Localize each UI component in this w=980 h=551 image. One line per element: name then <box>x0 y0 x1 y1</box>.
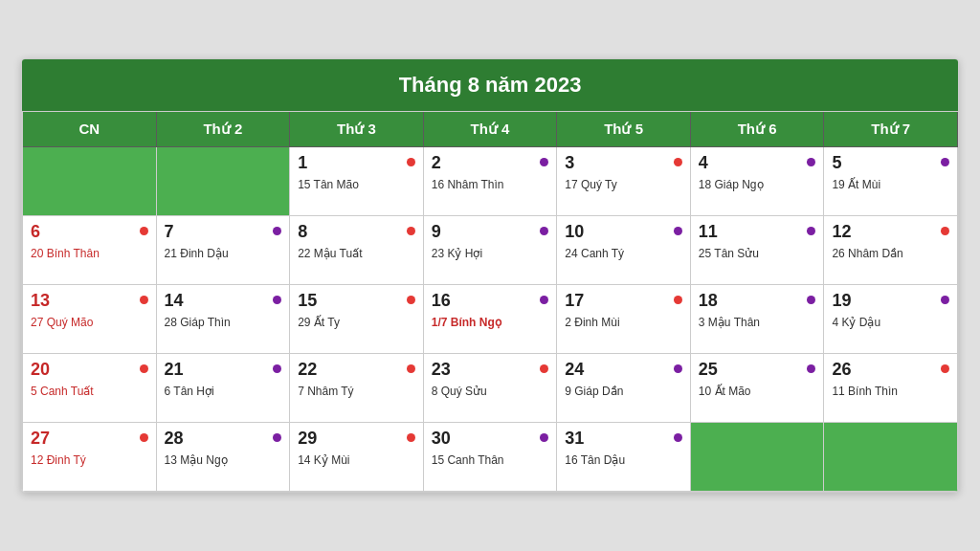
day-cell: 194 Kỷ Dậu <box>824 285 958 354</box>
day-cell: 620 Bính Thân <box>23 216 157 285</box>
day-number: 9 <box>432 222 441 243</box>
day-number: 23 <box>432 360 451 381</box>
day-dot <box>674 158 682 166</box>
day-number: 22 <box>298 360 317 381</box>
day-dot <box>140 296 148 304</box>
day-cell: 1226 Nhâm Dần <box>824 216 958 285</box>
day-cell: 205 Canh Tuất <box>23 354 157 423</box>
day-number: 25 <box>699 360 718 381</box>
lunar-date: 7 Nhâm Tý <box>298 385 415 398</box>
day-dot <box>674 227 682 235</box>
day-cell: 3015 Canh Thân <box>424 423 558 492</box>
lunar-date: 8 Quý Sửu <box>432 385 549 398</box>
day-cell: 2914 Kỷ Mùi <box>290 423 424 492</box>
day-cell: 317 Quý Ty <box>557 147 691 216</box>
day-dot <box>273 296 281 304</box>
lunar-date: 4 Kỷ Dậu <box>832 316 949 329</box>
lunar-date: 15 Tân Mão <box>298 178 415 191</box>
day-number: 6 <box>31 222 40 243</box>
day-number: 7 <box>165 222 174 243</box>
day-number: 19 <box>832 291 851 312</box>
day-cell <box>824 423 958 492</box>
day-number: 15 <box>298 291 317 312</box>
lunar-date: 21 Đinh Dậu <box>165 247 282 260</box>
day-number: 29 <box>298 429 317 450</box>
day-dot <box>540 433 548 442</box>
lunar-date: 3 Mậu Thân <box>699 316 816 329</box>
day-cell: 238 Quý Sửu <box>424 354 558 423</box>
lunar-date: 16 Nhâm Thìn <box>432 178 549 191</box>
day-cell: 216 Nhâm Thìn <box>424 147 558 216</box>
day-number: 24 <box>565 360 584 381</box>
day-dot <box>540 296 548 304</box>
day-dot <box>540 158 548 166</box>
day-number: 3 <box>565 153 574 174</box>
day-header-thứ-5: Thứ 5 <box>557 112 691 147</box>
day-number: 5 <box>832 153 841 174</box>
day-dot <box>540 364 548 373</box>
day-dot <box>807 158 815 166</box>
lunar-date: 17 Quý Ty <box>565 178 682 191</box>
day-number: 31 <box>565 429 584 450</box>
calendar-title: Tháng 8 năm 2023 <box>22 59 958 111</box>
day-dot <box>941 296 949 304</box>
day-number: 1 <box>298 153 307 174</box>
lunar-date: 26 Nhâm Dần <box>832 247 949 260</box>
day-header-thứ-2: Thứ 2 <box>157 112 291 147</box>
day-cell: 2510 Ất Mão <box>691 354 825 423</box>
day-dot <box>674 433 682 442</box>
lunar-date: 10 Ất Mão <box>699 385 816 398</box>
lunar-date: 6 Tân Hợi <box>165 385 282 398</box>
day-header-thứ-6: Thứ 6 <box>691 112 825 147</box>
lunar-date: 29 Ất Ty <box>298 316 415 329</box>
day-number: 17 <box>565 291 584 312</box>
day-dot <box>140 227 148 235</box>
day-number: 21 <box>165 360 184 381</box>
day-cell: 115 Tân Mão <box>290 147 424 216</box>
day-dot <box>540 227 548 235</box>
day-cell <box>157 147 291 216</box>
lunar-date: 15 Canh Thân <box>432 453 549 467</box>
day-dot <box>807 296 815 304</box>
day-cell: 923 Kỷ Hợi <box>424 216 558 285</box>
day-header-thứ-7: Thứ 7 <box>824 112 958 147</box>
day-dot <box>941 158 949 166</box>
day-dot <box>407 158 415 166</box>
day-header-thứ-3: Thứ 3 <box>290 112 424 147</box>
day-cell: 172 Đinh Mùi <box>557 285 691 354</box>
day-cell: 216 Tân Hợi <box>157 354 291 423</box>
day-cell: 822 Mậu Tuất <box>290 216 424 285</box>
day-cell: 721 Đinh Dậu <box>157 216 291 285</box>
day-number: 8 <box>298 222 307 243</box>
calendar-grid: CNThứ 2Thứ 3Thứ 4Thứ 5Thứ 6Thứ 7115 Tân … <box>22 111 958 492</box>
lunar-date: 13 Mậu Ngọ <box>165 453 282 467</box>
day-cell: 161/7 Bính Ngọ <box>424 285 558 354</box>
lunar-date: 28 Giáp Thìn <box>165 316 282 329</box>
day-number: 13 <box>31 291 50 312</box>
day-dot <box>674 364 682 373</box>
day-dot <box>273 433 281 442</box>
day-dot <box>140 433 148 442</box>
day-dot <box>273 227 281 235</box>
day-cell: 183 Mậu Thân <box>691 285 825 354</box>
lunar-date: 19 Ất Mùi <box>832 178 949 191</box>
day-cell: 2813 Mậu Ngọ <box>157 423 291 492</box>
lunar-date: 12 Đinh Tý <box>31 453 148 467</box>
day-number: 14 <box>165 291 184 312</box>
day-cell: 249 Giáp Dần <box>557 354 691 423</box>
day-number: 16 <box>432 291 451 312</box>
lunar-date: 16 Tân Dậu <box>565 453 682 467</box>
day-dot <box>941 364 949 373</box>
lunar-date: 24 Canh Tý <box>565 247 682 260</box>
day-number: 12 <box>832 222 851 243</box>
day-dot <box>674 296 682 304</box>
day-header-cn: CN <box>23 112 157 147</box>
day-cell: 1529 Ất Ty <box>290 285 424 354</box>
lunar-date: 20 Bính Thân <box>31 247 148 260</box>
calendar: Tháng 8 năm 2023 CNThứ 2Thứ 3Thứ 4Thứ 5T… <box>21 58 959 493</box>
lunar-date: 1/7 Bính Ngọ <box>432 316 549 329</box>
day-cell: 2712 Đinh Tý <box>23 423 157 492</box>
day-cell: 227 Nhâm Tý <box>290 354 424 423</box>
day-cell: 1024 Canh Tý <box>557 216 691 285</box>
lunar-date: 14 Kỷ Mùi <box>298 453 415 467</box>
